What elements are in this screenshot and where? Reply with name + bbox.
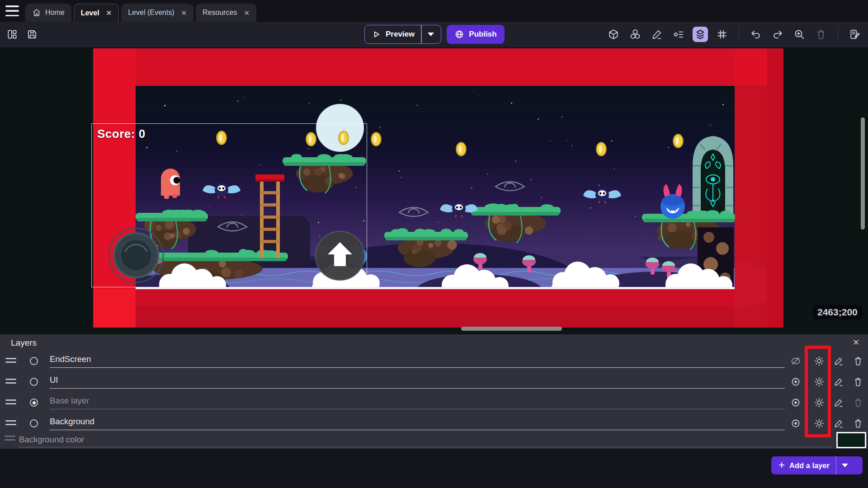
save-icon[interactable] (26, 28, 38, 40)
scene-properties-button[interactable] (847, 27, 863, 42)
preview-dropdown[interactable] (422, 33, 440, 36)
tab-home[interactable]: Home (25, 4, 71, 22)
lighting-sun-icon[interactable] (814, 418, 825, 429)
drag-handle-icon[interactable] (5, 399, 16, 406)
drag-handle-icon[interactable] (5, 436, 15, 442)
objects-icon (608, 28, 619, 40)
layer-select-radio[interactable] (30, 399, 38, 407)
delete-trash-icon[interactable] (853, 397, 863, 408)
tab-level[interactable]: Level ✕ (74, 4, 119, 22)
cursor-coordinates-badge: 2463;200 (812, 305, 863, 319)
publish-label: Publish (469, 30, 496, 39)
layer-row: Background (0, 414, 868, 434)
edit-pencil-icon[interactable] (833, 397, 844, 408)
layer-row: Base layer (0, 393, 868, 413)
tab-label: Home (45, 9, 65, 17)
chevron-down-icon (842, 464, 848, 467)
lighting-sun-icon[interactable] (814, 397, 825, 408)
layer-select-radio[interactable] (30, 419, 38, 427)
grid-button[interactable] (714, 27, 730, 42)
play-icon (371, 29, 381, 39)
edit-mode-button[interactable] (649, 27, 665, 42)
layers-panel-title: Layers (11, 338, 37, 348)
globe-icon (454, 29, 464, 39)
close-tab-icon[interactable]: ✕ (244, 9, 250, 16)
divider (19, 447, 832, 447)
close-tab-icon[interactable]: ✕ (106, 9, 112, 16)
delete-trash-icon[interactable] (853, 356, 863, 366)
coin (674, 135, 683, 148)
zoom-in-icon (793, 28, 805, 40)
object-groups-icon (629, 28, 641, 40)
layer-select-radio[interactable] (30, 378, 38, 386)
divider (739, 27, 739, 42)
edit-pencil-icon[interactable] (833, 356, 844, 366)
trash-icon (815, 28, 827, 40)
object-groups-button[interactable] (627, 27, 643, 42)
coin (457, 143, 466, 156)
add-layer-button[interactable]: + Add a layer (771, 456, 863, 474)
drag-handle-icon[interactable] (5, 420, 16, 427)
add-layer-dropdown[interactable] (836, 464, 854, 467)
toolbar-left-group (6, 28, 38, 40)
close-panel-icon[interactable]: ✕ (853, 338, 859, 347)
instances-list-icon (673, 28, 684, 40)
tab-label: Level (Events) (128, 9, 174, 17)
tab-label: Level (81, 9, 99, 17)
undo-icon (750, 28, 762, 40)
layer-row: EndScreen (0, 352, 868, 371)
vertical-scrollbar[interactable] (861, 117, 865, 230)
add-layer-label: Add a layer (789, 461, 830, 470)
panel-footer: + Add a layer (0, 449, 868, 488)
close-tab-icon[interactable]: ✕ (181, 9, 187, 16)
player-character (161, 169, 180, 199)
coin (339, 131, 349, 145)
edit-pencil-icon[interactable] (833, 376, 844, 387)
drag-handle-icon[interactable] (5, 358, 16, 364)
drag-handle-icon[interactable] (5, 379, 16, 385)
preview-button[interactable]: Preview (364, 25, 441, 44)
tab-resources[interactable]: Resources ✕ (196, 4, 256, 22)
scene-canvas[interactable]: Score: 0 2463;200 (0, 47, 868, 334)
grid-icon (716, 28, 728, 40)
lighting-sun-icon[interactable] (814, 356, 825, 366)
plus-icon: + (778, 459, 785, 471)
joystick-control (109, 228, 163, 282)
lighting-sun-icon[interactable] (814, 376, 825, 387)
jump-button-control (316, 231, 364, 280)
publish-button[interactable]: Publish (447, 25, 505, 44)
scene-properties-icon (849, 28, 861, 40)
delete-trash-icon[interactable] (853, 376, 863, 387)
menu-icon[interactable] (5, 5, 19, 16)
visibility-eye-icon[interactable] (790, 376, 801, 387)
visibility-eye-icon[interactable] (790, 418, 801, 429)
toolbar-right-group (606, 27, 863, 42)
preview-label: Preview (386, 30, 415, 39)
redo-button[interactable] (770, 27, 785, 42)
layer-name-field[interactable]: Background (50, 417, 785, 430)
background-color-label: Background color (19, 435, 84, 445)
instances-list-button[interactable] (671, 27, 686, 42)
arch-door (693, 136, 733, 217)
coin (217, 131, 226, 145)
visibility-eye-icon[interactable] (790, 397, 801, 408)
zoom-in-button[interactable] (792, 27, 807, 42)
delete-button[interactable] (813, 27, 829, 42)
layer-select-radio[interactable] (30, 357, 38, 365)
layer-name-field[interactable]: EndScreen (50, 354, 785, 368)
horizontal-scrollbar[interactable] (461, 327, 562, 331)
delete-trash-icon[interactable] (853, 418, 863, 429)
tab-bar: Home Level ✕ Level (Events) ✕ Resources … (0, 0, 868, 22)
tab-level-events[interactable]: Level (Events) ✕ (121, 4, 193, 22)
divider (838, 27, 838, 42)
layer-name-field[interactable]: Base layer (50, 396, 785, 409)
undo-button[interactable] (748, 27, 764, 42)
visibility-eye-off-icon[interactable] (790, 356, 801, 366)
background-color-swatch[interactable] (836, 432, 866, 448)
layer-name-field[interactable]: UI (50, 375, 785, 389)
edit-pencil-icon[interactable] (833, 418, 844, 429)
open-panels-icon[interactable] (6, 28, 18, 40)
layers-button[interactable] (693, 27, 708, 42)
layers-icon (694, 28, 706, 40)
objects-button[interactable] (606, 27, 621, 42)
